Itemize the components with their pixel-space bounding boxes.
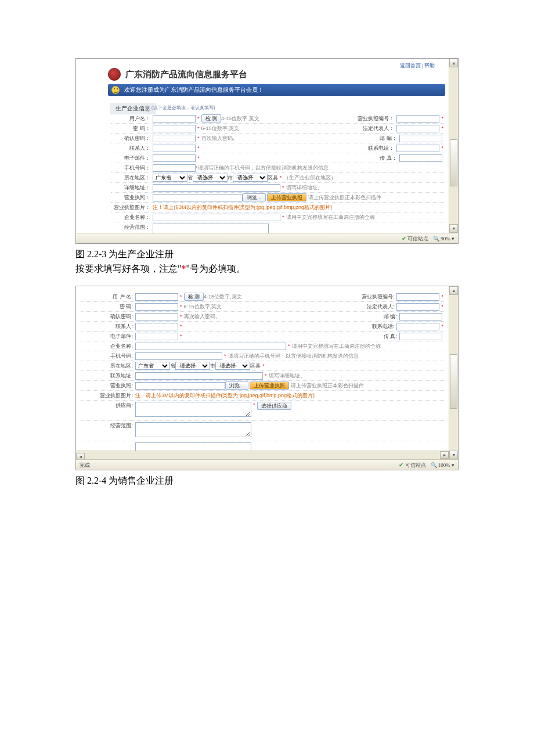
browse-button[interactable]: 浏览...: [225, 381, 248, 390]
username-hint: 4-15位数字,英文: [221, 115, 259, 123]
check-button[interactable]: 检 测: [184, 293, 204, 301]
scroll-up-icon[interactable]: ▴: [449, 59, 458, 67]
province-select[interactable]: 广东省: [153, 174, 187, 182]
mobile-hint: 请填写正确的手机号码，以方便接收消防机构发送的信息: [228, 352, 359, 360]
browse-button[interactable]: 浏览...: [243, 193, 266, 201]
username-label: 用户名：: [111, 115, 153, 123]
scroll-down-icon[interactable]: ▾: [449, 451, 458, 459]
province-unit: 省: [187, 174, 193, 182]
document-page: 返回首页 | 帮助 广东消防产品流向信息服务平台 欢迎您注册成为广东消防产品流向…: [0, 0, 534, 507]
bizlic-input[interactable]: [135, 382, 225, 390]
zoom-level[interactable]: 🔍 90% ▾: [433, 233, 454, 244]
bizimg-label: 营业执照图片：: [111, 204, 153, 211]
scroll-right-icon[interactable]: ▸: [440, 451, 449, 459]
fax-input[interactable]: [399, 154, 442, 162]
username-input[interactable]: [135, 293, 178, 301]
confirm-input[interactable]: [135, 313, 178, 321]
province-select[interactable]: 广东省: [135, 362, 170, 370]
password-input[interactable]: [153, 125, 196, 132]
legal-input[interactable]: [396, 125, 439, 132]
supplier-textarea[interactable]: [135, 402, 251, 417]
contact-label: 联系人:: [81, 323, 135, 330]
required-mark: *: [224, 353, 226, 359]
required-mark: *: [180, 333, 182, 339]
scroll-down-icon[interactable]: ▾: [449, 224, 458, 233]
select-supplier-button[interactable]: 选择供应商: [257, 402, 291, 410]
addr-input[interactable]: [153, 184, 280, 192]
fax-input[interactable]: [399, 333, 442, 340]
required-mark: *: [197, 125, 200, 131]
scrollbar-horizontal[interactable]: ◂ ▸: [76, 451, 449, 459]
required-mark: *: [441, 145, 443, 151]
legal-input[interactable]: [396, 303, 439, 311]
district-select[interactable]: -请选择-: [215, 362, 250, 370]
ename-hint: 请用中文完整填写在工商局注册的全称: [292, 343, 381, 350]
scroll-thumb[interactable]: [450, 139, 457, 186]
top-links[interactable]: 返回首页 | 帮助: [400, 62, 435, 70]
email-input[interactable]: [153, 154, 196, 162]
email-label: 电子邮件：: [111, 154, 153, 162]
scrollbar-vertical[interactable]: ▴ ▾: [449, 286, 458, 459]
required-mark: *: [441, 125, 443, 131]
license-label: 营业执照编号：: [355, 115, 396, 123]
password-input[interactable]: [135, 303, 178, 311]
phone-label: 联系电话:: [355, 323, 396, 330]
region-note: （生产企业所在地区）: [284, 174, 336, 182]
ename-input[interactable]: [135, 343, 286, 350]
password-label: 密 码:: [81, 303, 135, 311]
mobile-input[interactable]: [135, 352, 222, 360]
confirm-hint: 再次输入密码。: [184, 313, 221, 321]
scroll-thumb[interactable]: [450, 354, 457, 409]
district-unit: 区县: [268, 174, 278, 182]
fax-label: 传 真：: [358, 154, 399, 162]
district-select[interactable]: -请选择-: [233, 174, 268, 182]
city-select[interactable]: -请选择-: [175, 362, 210, 370]
legal-label: 法定代表人：: [355, 125, 396, 132]
bizlic-hint: 请上传营业执照正本彩色扫描件: [308, 194, 381, 201]
contact-input[interactable]: [135, 323, 178, 330]
zoom-level[interactable]: 🔍 100% ▾: [431, 460, 455, 470]
post-input[interactable]: [399, 313, 442, 321]
province-unit: 省: [170, 362, 175, 370]
city-select[interactable]: -请选择-: [193, 174, 228, 182]
platform-title: 广东消防产品流向信息服务平台: [125, 69, 247, 80]
addr-input[interactable]: [135, 372, 263, 380]
bizlic-label: 营业执照：: [111, 194, 153, 201]
status-left: 完成: [80, 460, 90, 470]
phone-input[interactable]: [396, 145, 439, 152]
smiley-icon: [111, 86, 120, 94]
mobile-input[interactable]: [153, 164, 196, 172]
required-mark: *: [197, 145, 200, 151]
bizlic-input[interactable]: [153, 194, 243, 201]
email-label: 电子邮件:: [81, 333, 135, 340]
license-input[interactable]: [396, 293, 439, 301]
phone-input[interactable]: [396, 323, 439, 330]
check-button[interactable]: 检 测: [201, 114, 222, 123]
upload-button[interactable]: 上传营业执照: [250, 381, 289, 390]
mobile-label: 手机号码：: [111, 164, 153, 172]
username-input[interactable]: [153, 115, 196, 123]
upload-button[interactable]: 上传营业执照: [267, 193, 306, 201]
email-input[interactable]: [135, 333, 178, 340]
ename-input[interactable]: [153, 214, 280, 221]
region-label: 所在地区：: [111, 174, 153, 182]
contact-input[interactable]: [153, 145, 196, 152]
username-label: 用 户 名:: [81, 293, 135, 301]
scrollbar-vertical[interactable]: ▴ ▾: [449, 59, 458, 233]
figure1-caption: 图 2.2-3 为生产企业注册: [75, 249, 459, 261]
trusted-site-label: 可信站点: [405, 462, 426, 468]
confirm-input[interactable]: [153, 135, 196, 142]
trusted-site-label: 可信站点: [407, 236, 428, 242]
required-mark: *: [180, 323, 182, 329]
fax-label: 传 真:: [358, 333, 399, 340]
ename-label: 企业名称：: [111, 214, 153, 221]
scroll-up-icon[interactable]: ▴: [449, 286, 458, 295]
addr-label: 详细地址：: [111, 184, 153, 192]
supplier-label: 供应商:: [81, 402, 135, 409]
license-input[interactable]: [396, 115, 439, 123]
required-mark: *: [441, 294, 443, 300]
username-hint: 4-15位数字,英文: [204, 293, 242, 301]
post-input[interactable]: [399, 135, 442, 142]
scope-textarea[interactable]: [135, 422, 251, 437]
form-area-1: 用户名： * 检 测 4-15位数字,英文 营业执照编号： * 密 码： * 6…: [111, 114, 445, 243]
